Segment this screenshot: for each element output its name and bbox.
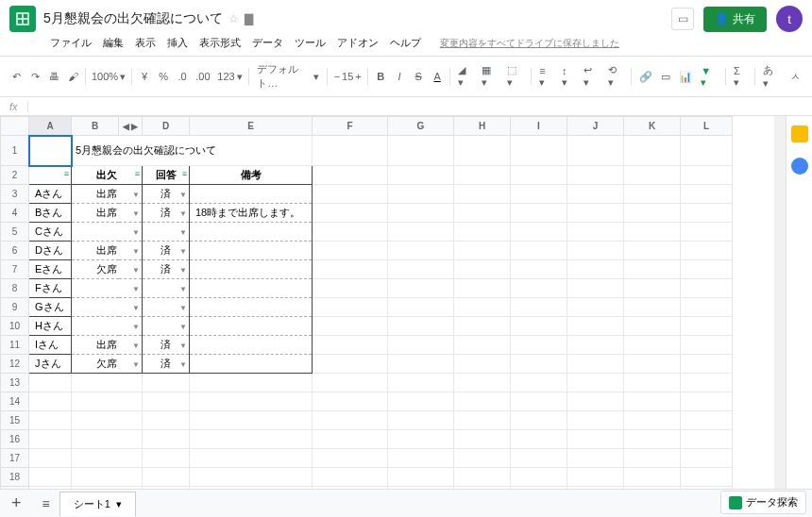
header-response[interactable]: 回答≡ xyxy=(143,166,190,185)
response-cell[interactable]: ▼ xyxy=(143,298,190,317)
dropdown-icon[interactable]: ▼ xyxy=(179,190,187,198)
cell-G2[interactable] xyxy=(388,166,454,185)
cell-L3[interactable] xyxy=(681,185,733,204)
merge-button[interactable]: ⬚ ▾ xyxy=(503,61,527,92)
tasks-icon[interactable] xyxy=(791,158,808,175)
cell-F17[interactable] xyxy=(313,449,388,468)
attendance-cell[interactable]: 欠席▼ xyxy=(72,260,143,279)
decrease-decimal-button[interactable]: .0 xyxy=(174,68,191,85)
cell-B18[interactable] xyxy=(72,468,143,487)
cell-B15[interactable] xyxy=(72,411,143,430)
row-header-9[interactable]: 9 xyxy=(1,298,29,317)
column-header-J[interactable]: J xyxy=(567,117,624,136)
cell-K7[interactable] xyxy=(624,260,681,279)
cell-J5[interactable] xyxy=(567,223,624,242)
row-header-11[interactable]: 11 xyxy=(1,336,29,355)
number-format-button[interactable]: 123 ▾ xyxy=(215,68,245,86)
italic-button[interactable]: I xyxy=(391,68,408,85)
share-button[interactable]: 👤 共有 xyxy=(703,7,767,32)
cell-E14[interactable] xyxy=(190,392,313,411)
cell-G15[interactable] xyxy=(388,411,454,430)
cell-J17[interactable] xyxy=(567,449,624,468)
cell-G3[interactable] xyxy=(388,185,454,204)
row-header-14[interactable]: 14 xyxy=(1,392,29,411)
dropdown-icon[interactable]: ▼ xyxy=(132,284,140,292)
document-title[interactable]: 5月懇親会の出欠確認について xyxy=(43,10,223,27)
cell-A13[interactable] xyxy=(29,374,72,392)
cell-I10[interactable] xyxy=(511,317,567,336)
dropdown-icon[interactable]: ▼ xyxy=(132,341,140,349)
dropdown-icon[interactable]: ▼ xyxy=(132,227,140,236)
cell-I9[interactable] xyxy=(511,298,567,317)
response-cell[interactable]: 済▼ xyxy=(143,260,190,279)
name-cell[interactable]: Iさん xyxy=(29,336,72,355)
menu-edit[interactable]: 編集 xyxy=(98,34,128,52)
cell-L2[interactable] xyxy=(681,166,733,185)
column-header-K[interactable]: K xyxy=(624,117,681,136)
column-header-I[interactable]: I xyxy=(511,117,567,136)
rotate-button[interactable]: ⟲ ▾ xyxy=(604,61,627,92)
cell-L8[interactable] xyxy=(681,279,733,298)
cell-G17[interactable] xyxy=(388,449,454,468)
cell-G4[interactable] xyxy=(388,204,454,223)
cell-J6[interactable] xyxy=(567,242,624,260)
dropdown-icon[interactable]: ▼ xyxy=(179,208,187,217)
cell-J9[interactable] xyxy=(567,298,624,317)
cell-I14[interactable] xyxy=(511,392,567,411)
title-cell[interactable]: 5月懇親会の出欠確認について xyxy=(72,136,313,166)
name-cell[interactable]: Hさん xyxy=(29,317,72,336)
cell-G1[interactable] xyxy=(388,136,454,166)
response-cell[interactable]: 済▼ xyxy=(143,355,190,374)
cell-L7[interactable] xyxy=(681,260,733,279)
halign-button[interactable]: ≡ ▾ xyxy=(535,62,556,92)
strike-button[interactable]: S xyxy=(410,68,427,85)
text-color-button[interactable]: A xyxy=(429,68,446,85)
dropdown-icon[interactable]: ▼ xyxy=(179,322,187,330)
spreadsheet-grid[interactable]: AB◀ ▶DEFGHIJKL15月懇親会の出欠確認について2≡出欠≡回答≡備考3… xyxy=(0,116,786,503)
dropdown-icon[interactable]: ▼ xyxy=(179,246,187,255)
cell-K16[interactable] xyxy=(624,430,681,449)
cell-G12[interactable] xyxy=(388,355,454,374)
remarks-cell[interactable] xyxy=(190,185,313,204)
row-header-3[interactable]: 3 xyxy=(1,185,29,204)
currency-button[interactable]: ¥ xyxy=(136,68,153,85)
cell-G5[interactable] xyxy=(388,223,454,242)
cell-G9[interactable] xyxy=(388,298,454,317)
undo-icon[interactable]: ↶ xyxy=(8,68,25,86)
cell-H5[interactable] xyxy=(454,223,511,242)
cell-H6[interactable] xyxy=(454,242,511,260)
cell-K2[interactable] xyxy=(624,166,681,185)
cell-F18[interactable] xyxy=(313,468,388,487)
cell-K14[interactable] xyxy=(624,392,681,411)
response-cell[interactable]: ▼ xyxy=(143,223,190,242)
menu-data[interactable]: データ xyxy=(247,34,288,52)
dropdown-icon[interactable]: ▼ xyxy=(179,265,187,274)
cell-F8[interactable] xyxy=(313,279,388,298)
cell-L6[interactable] xyxy=(681,242,733,260)
keep-icon[interactable] xyxy=(791,125,808,142)
cell-I1[interactable] xyxy=(511,136,567,166)
cell-E15[interactable] xyxy=(190,411,313,430)
row-header-10[interactable]: 10 xyxy=(1,317,29,336)
cell-J11[interactable] xyxy=(567,336,624,355)
column-header-E[interactable]: E xyxy=(190,117,313,136)
response-cell[interactable]: ▼ xyxy=(143,317,190,336)
row-header-18[interactable]: 18 xyxy=(1,468,29,487)
dropdown-icon[interactable]: ▼ xyxy=(132,265,140,274)
cell-J10[interactable] xyxy=(567,317,624,336)
cell-B17[interactable] xyxy=(72,449,143,468)
header-attendance[interactable]: 出欠≡ xyxy=(72,166,143,185)
cell-L12[interactable] xyxy=(681,355,733,374)
cell-F1[interactable] xyxy=(313,136,388,166)
cell-A16[interactable] xyxy=(29,430,72,449)
cell-L14[interactable] xyxy=(681,392,733,411)
cell-A18[interactable] xyxy=(29,468,72,487)
menu-tools[interactable]: ツール xyxy=(290,34,330,52)
cell-H8[interactable] xyxy=(454,279,511,298)
row-header-4[interactable]: 4 xyxy=(1,204,29,223)
attendance-cell[interactable]: 出席▼ xyxy=(72,185,143,204)
cell-H4[interactable] xyxy=(454,204,511,223)
cell-I2[interactable] xyxy=(511,166,567,185)
row-header-12[interactable]: 12 xyxy=(1,355,29,374)
cell-I18[interactable] xyxy=(511,468,567,487)
